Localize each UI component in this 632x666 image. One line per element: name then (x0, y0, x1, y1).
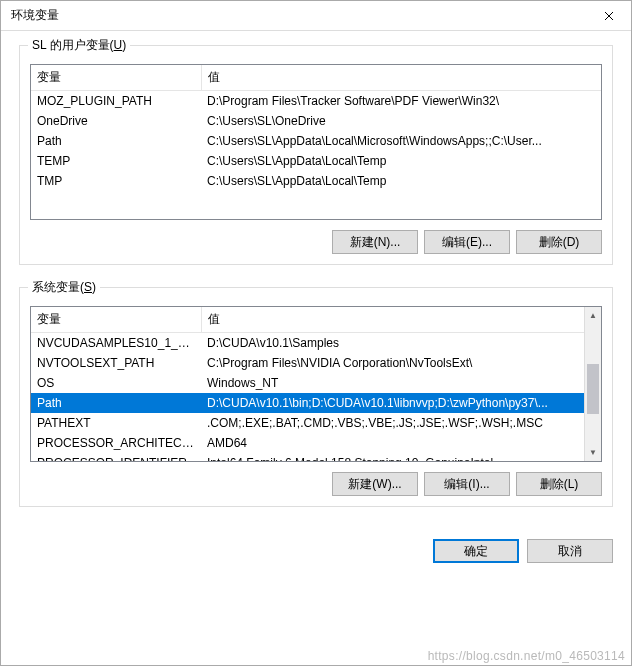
system-vars-buttons: 新建(W)... 编辑(I)... 删除(L) (30, 472, 602, 496)
titlebar: 环境变量 (1, 1, 631, 31)
table-row[interactable]: PATHEXT.COM;.EXE;.BAT;.CMD;.VBS;.VBE;.JS… (31, 413, 584, 433)
cancel-button[interactable]: 取消 (527, 539, 613, 563)
var-name: NVCUDASAMPLES10_1_R... (31, 333, 201, 354)
var-name: TEMP (31, 151, 201, 171)
system-vars-group: 系统变量(S) 变量 值 NVCUDASAMPLES10_1_R...D:\CU… (19, 287, 613, 507)
scroll-up-icon[interactable]: ▲ (585, 307, 601, 324)
var-value: D:\CUDA\v10.1\bin;D:\CUDA\v10.1\libnvvp;… (201, 393, 584, 413)
table-row[interactable]: PROCESSOR_IDENTIFIERIntel64 Family 6 Mod… (31, 453, 584, 461)
var-value: D:\Program Files\Tracker Software\PDF Vi… (201, 91, 601, 112)
user-vars-label: SL 的用户变量(U) (28, 37, 130, 54)
sys-col-value[interactable]: 值 (201, 307, 584, 333)
sys-new-button[interactable]: 新建(W)... (332, 472, 418, 496)
user-delete-button[interactable]: 删除(D) (516, 230, 602, 254)
var-value: .COM;.EXE;.BAT;.CMD;.VBS;.VBE;.JS;.JSE;.… (201, 413, 584, 433)
scroll-track[interactable] (585, 324, 601, 444)
var-name: PATHEXT (31, 413, 201, 433)
var-name: Path (31, 393, 201, 413)
window-title: 环境变量 (11, 7, 59, 24)
var-value: C:\Program Files\NVIDIA Corporation\NvTo… (201, 353, 584, 373)
system-scrollbar[interactable]: ▲ ▼ (584, 307, 601, 461)
var-value: C:\Users\SL\OneDrive (201, 111, 601, 131)
var-value: C:\Users\SL\AppData\Local\Temp (201, 151, 601, 171)
var-name: OS (31, 373, 201, 393)
var-name: OneDrive (31, 111, 201, 131)
user-edit-button[interactable]: 编辑(E)... (424, 230, 510, 254)
user-new-button[interactable]: 新建(N)... (332, 230, 418, 254)
var-name: NVTOOLSEXT_PATH (31, 353, 201, 373)
var-value: C:\Users\SL\AppData\Local\Temp (201, 171, 601, 191)
user-col-value[interactable]: 值 (201, 65, 601, 91)
var-value: C:\Users\SL\AppData\Local\Microsoft\Wind… (201, 131, 601, 151)
close-button[interactable] (586, 1, 631, 31)
table-row[interactable]: OneDriveC:\Users\SL\OneDrive (31, 111, 601, 131)
user-vars-group: SL 的用户变量(U) 变量 值 MOZ_PLUGIN_PATHD:\Progr… (19, 45, 613, 265)
dialog-content: SL 的用户变量(U) 变量 值 MOZ_PLUGIN_PATHD:\Progr… (1, 31, 631, 539)
var-name: TMP (31, 171, 201, 191)
table-row[interactable]: NVTOOLSEXT_PATHC:\Program Files\NVIDIA C… (31, 353, 584, 373)
var-name: MOZ_PLUGIN_PATH (31, 91, 201, 112)
var-value: Windows_NT (201, 373, 584, 393)
scroll-down-icon[interactable]: ▼ (585, 444, 601, 461)
scroll-thumb[interactable] (587, 364, 599, 414)
table-row[interactable]: TMPC:\Users\SL\AppData\Local\Temp (31, 171, 601, 191)
system-vars-table[interactable]: 变量 值 NVCUDASAMPLES10_1_R...D:\CUDA\v10.1… (30, 306, 602, 462)
close-icon (604, 11, 614, 21)
var-value: AMD64 (201, 433, 584, 453)
var-name: PROCESSOR_IDENTIFIER (31, 453, 201, 461)
var-name: PROCESSOR_ARCHITECT... (31, 433, 201, 453)
ok-button[interactable]: 确定 (433, 539, 519, 563)
table-row[interactable]: MOZ_PLUGIN_PATHD:\Program Files\Tracker … (31, 91, 601, 112)
table-row[interactable]: TEMPC:\Users\SL\AppData\Local\Temp (31, 151, 601, 171)
sys-col-variable[interactable]: 变量 (31, 307, 201, 333)
table-row[interactable]: PROCESSOR_ARCHITECT...AMD64 (31, 433, 584, 453)
sys-edit-button[interactable]: 编辑(I)... (424, 472, 510, 496)
user-vars-table[interactable]: 变量 值 MOZ_PLUGIN_PATHD:\Program Files\Tra… (30, 64, 602, 220)
sys-delete-button[interactable]: 删除(L) (516, 472, 602, 496)
watermark: https://blog.csdn.net/m0_46503114 (428, 649, 625, 663)
user-col-variable[interactable]: 变量 (31, 65, 201, 91)
user-vars-buttons: 新建(N)... 编辑(E)... 删除(D) (30, 230, 602, 254)
system-vars-label: 系统变量(S) (28, 279, 100, 296)
var-name: Path (31, 131, 201, 151)
table-row[interactable]: PathC:\Users\SL\AppData\Local\Microsoft\… (31, 131, 601, 151)
table-row[interactable]: OSWindows_NT (31, 373, 584, 393)
table-row[interactable]: NVCUDASAMPLES10_1_R...D:\CUDA\v10.1\Samp… (31, 333, 584, 354)
table-row[interactable]: PathD:\CUDA\v10.1\bin;D:\CUDA\v10.1\libn… (31, 393, 584, 413)
var-value: D:\CUDA\v10.1\Samples (201, 333, 584, 354)
var-value: Intel64 Family 6 Model 158 Stepping 10, … (201, 453, 584, 461)
dialog-buttons: 确定 取消 (1, 539, 631, 577)
